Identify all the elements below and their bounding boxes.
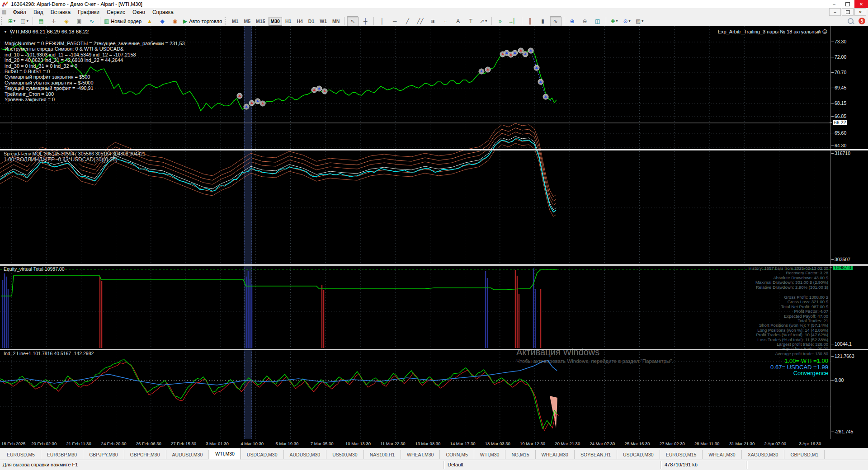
timeframe-button[interactable]: W1 <box>317 17 329 26</box>
ea-status-face-icon[interactable]: ☹ <box>822 29 827 34</box>
line-chart-button[interactable]: ∿ <box>550 16 561 26</box>
price-scale[interactable]: 73.3072.0070.7069.4568.1566.8566.2265.60… <box>830 26 868 439</box>
toolbar-grip[interactable] <box>1 17 4 25</box>
chart-tab[interactable]: WHEAT,M30 <box>703 450 741 459</box>
fibonacci-button[interactable]: ≋ <box>427 16 439 26</box>
chart-tab[interactable]: WHEAT,M30 <box>401 450 440 459</box>
menu-item[interactable]: Справка <box>149 8 177 16</box>
chart-tab[interactable]: WTI,M30 <box>209 448 241 460</box>
scale-label: 303507 <box>835 257 850 262</box>
timeframe-button[interactable]: MN <box>330 17 342 26</box>
indicators-button[interactable]: ✚▾ <box>609 16 620 26</box>
menu-item[interactable]: Вид <box>30 8 47 16</box>
cursor-tool-button[interactable]: ↖ <box>347 16 359 26</box>
new-order-icon: ▥ <box>104 18 109 24</box>
bar-chart-button[interactable]: ║ <box>524 16 536 26</box>
chart-tab[interactable]: EURUSD,M5 <box>1 450 41 459</box>
ea-comment-line: MagicNumber = 0 РЕЖИМ_РАБОТЫ = 2текущее_… <box>5 41 185 46</box>
time-axis-label: 24 Feb 20:30 <box>101 441 127 446</box>
chart-tab[interactable]: USDCAD,M30 <box>617 450 660 459</box>
zoom-out-button[interactable]: ⊖ <box>579 16 591 26</box>
chart-shift-button[interactable]: →▏ <box>507 16 519 26</box>
ind2-labels: 1.00= WTI =1.00 0.67= USDCAD =1.99 Conve… <box>770 358 828 376</box>
strategy-tester-icon: ∿ <box>90 18 94 24</box>
panel-separator[interactable] <box>0 264 868 266</box>
crosshair-tool-button[interactable]: ┼ <box>359 16 371 26</box>
equity-stats-block-1: History: 1657 bars from 2025-02-13 02:30… <box>749 266 828 290</box>
mdi-close-button[interactable]: ✕ <box>854 8 866 16</box>
scale-label: 69.45 <box>835 85 846 90</box>
tile-windows-button[interactable]: ◫ <box>592 16 604 26</box>
zoom-in-button[interactable]: ⊕ <box>566 16 578 26</box>
notifications-badge[interactable]: 5 <box>859 18 865 24</box>
search-button[interactable] <box>844 16 856 26</box>
navigator-button[interactable]: ◈ <box>61 16 72 26</box>
templates-button[interactable]: ▨▾ <box>634 16 646 26</box>
close-button[interactable]: ✕ <box>854 0 868 8</box>
scale-label: 72.00 <box>835 54 846 60</box>
chart-tab[interactable]: GBPUSD,M1 <box>784 450 825 459</box>
chart-tab[interactable]: USDCAD,M30 <box>241 450 284 459</box>
indicators-add-icon: ✚ <box>611 18 615 24</box>
chart-tab[interactable]: EURUSD,M15 <box>660 450 703 459</box>
timeframe-button[interactable]: D1 <box>306 17 316 26</box>
autoscroll-button[interactable]: » <box>494 16 506 26</box>
metaeditor-button[interactable]: ▲ <box>144 16 156 26</box>
menu-item[interactable]: Графики <box>74 8 103 16</box>
shapes-button[interactable]: ▫ <box>439 16 451 26</box>
candlestick-chart-button[interactable]: ▮ <box>537 16 549 26</box>
data-window-button[interactable]: ✛ <box>48 16 60 26</box>
news-button[interactable]: ◉ <box>169 16 181 26</box>
panel-separator[interactable] <box>0 349 868 350</box>
menu-item[interactable]: Файл <box>9 8 30 16</box>
chart-symbol-header[interactable]: ▼ WTI,M30 66.21 66.29 66.18 66.22 <box>4 29 89 34</box>
timeframe-button[interactable]: M15 <box>254 17 267 26</box>
scale-label: 10044.1 <box>835 341 852 347</box>
chart-tab[interactable]: NAS100,H1 <box>364 450 401 459</box>
minimize-button[interactable]: – <box>827 0 841 8</box>
timeframe-button[interactable]: M1 <box>230 17 241 26</box>
chart-tab[interactable]: EURGBP,M30 <box>41 450 83 459</box>
arrows-tool-button[interactable]: ↗▾ <box>477 16 489 26</box>
text-label-button[interactable]: T <box>465 16 476 26</box>
chart-tab[interactable]: AUDUSD,M30 <box>166 450 209 459</box>
menu-item[interactable]: Окно <box>129 8 149 16</box>
text-tool-button[interactable]: A <box>452 16 464 26</box>
autotrade-button[interactable]: ▶Авто-торговля <box>182 16 223 26</box>
profiles-button[interactable]: ◫▾ <box>19 16 30 26</box>
chart-tab[interactable]: US500,M30 <box>326 450 363 459</box>
menu-item[interactable]: Сервис <box>103 8 129 16</box>
chart-tab[interactable]: AUDUSD,M30 <box>284 450 327 459</box>
timeframe-button[interactable]: M30 <box>269 17 282 26</box>
toolbar-grip[interactable] <box>225 17 228 25</box>
chart-tab[interactable]: XAGUSD,M30 <box>742 450 785 459</box>
timeframe-button[interactable]: H1 <box>283 17 293 26</box>
menu-item[interactable]: Вставка <box>47 8 75 16</box>
mdi-minimize-button[interactable]: – <box>829 8 841 16</box>
new-order-button[interactable]: ▥Новый ордер <box>103 16 143 26</box>
restore-button[interactable] <box>841 0 854 8</box>
chart-tab[interactable]: WTI,M30 <box>474 450 506 459</box>
timeframe-button[interactable]: M5 <box>241 17 253 26</box>
time-axis[interactable]: 18 Feb 202520 Feb 02:3021 Feb 11:3024 Fe… <box>0 439 868 448</box>
horizontal-line-button[interactable]: ─ <box>389 16 401 26</box>
strategy-tester-button[interactable]: ∿ <box>86 16 98 26</box>
mdi-restore-button[interactable] <box>842 8 854 16</box>
timeframe-button[interactable]: H4 <box>294 17 305 26</box>
chart-tab[interactable]: CORN,M5 <box>440 450 474 459</box>
chart-tab[interactable]: GBPCHF,M30 <box>124 450 166 459</box>
vertical-line-button[interactable]: │ <box>376 16 388 26</box>
new-chart-button[interactable]: ⊞▾ <box>6 16 18 26</box>
chart-tab[interactable]: WHEAT,M30 <box>536 450 575 459</box>
market-watch-button[interactable]: ▤ <box>35 16 47 26</box>
chart-tab[interactable]: GBPJPY,M30 <box>83 450 124 459</box>
mql-editor-button[interactable]: ◆ <box>156 16 168 26</box>
chart-tab[interactable]: NG,M15 <box>505 450 535 459</box>
status-profile[interactable]: Default <box>448 462 463 467</box>
panel-separator[interactable] <box>0 149 868 150</box>
chart-tab[interactable]: SOYBEAN,H1 <box>575 450 617 459</box>
channel-button[interactable]: ╱╱ <box>414 16 426 26</box>
trendline-button[interactable]: ╱ <box>401 16 413 26</box>
periods-button[interactable]: ⊙▾ <box>621 16 633 26</box>
terminal-button[interactable]: ▣ <box>73 16 85 26</box>
